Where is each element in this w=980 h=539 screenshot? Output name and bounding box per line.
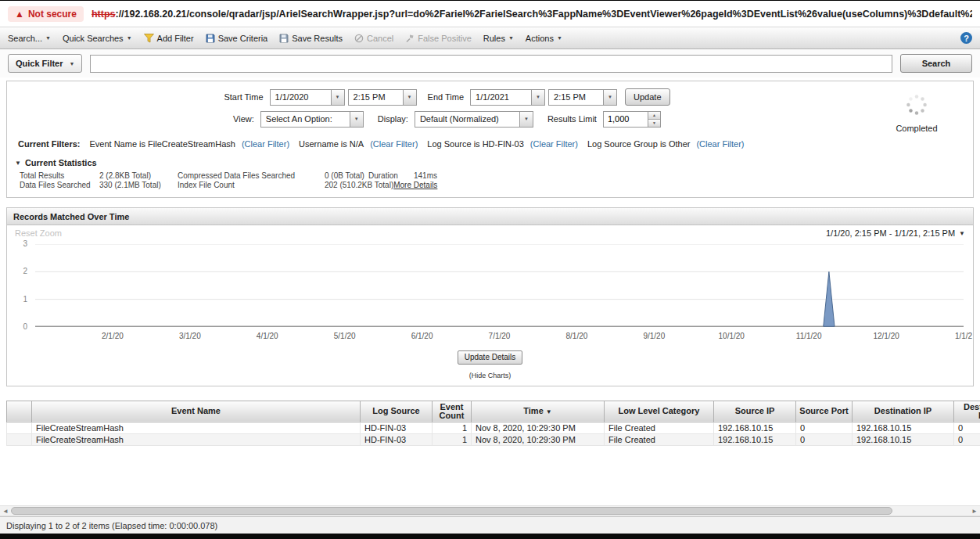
event-count-cell: 1 [433, 433, 472, 445]
hide-charts-row: (Hide Charts) [7, 365, 973, 386]
save-criteria-label: Save Criteria [218, 34, 268, 43]
quick-searches-menu-button[interactable]: Quick Searches▼ [63, 34, 132, 43]
table-row[interactable]: FileCreateStreamHash HD-FIN-03 1 Nov 8, … [7, 433, 980, 445]
current-statistics-toggle[interactable]: ▼ Current Statistics [15, 158, 973, 167]
save-results-button[interactable]: Save Results [279, 34, 343, 43]
end-date-select[interactable]: 1/1/2021 ▼ [470, 89, 545, 106]
horizontal-scrollbar[interactable]: ◄ ► [0, 505, 980, 516]
update-button[interactable]: Update [625, 88, 669, 106]
search-menu-button[interactable]: Search...▼ [8, 34, 51, 43]
x-axis-labels: 2/1/203/1/204/1/205/1/206/1/207/1/208/1/… [35, 332, 964, 343]
quick-filter-dropdown[interactable]: Quick Filter ▼ [8, 54, 82, 73]
source-ip-cell: 192.168.10.15 [714, 422, 796, 433]
rules-menu-button[interactable]: Rules▼ [483, 34, 514, 43]
help-icon[interactable]: ? [960, 32, 972, 44]
time-range-label: 1/1/20, 2:15 PM - 1/1/21, 2:15 PM [826, 228, 955, 238]
column-header-blank[interactable] [7, 401, 32, 422]
current-filters: Current Filters: Event Name is FileCreat… [18, 139, 973, 149]
chart-plot-area[interactable] [35, 244, 964, 327]
column-header-event-count[interactable]: Event Count [433, 401, 472, 422]
column-header-source-port[interactable]: Source Port [796, 401, 853, 422]
browser-address-bar[interactable]: ▲ Not secure https://192.168.20.21/conso… [0, 1, 980, 27]
end-time-select[interactable]: 2:15 PM ▼ [548, 89, 617, 106]
column-header-time[interactable]: Time▼ [472, 401, 605, 422]
actions-menu-button[interactable]: Actions▼ [526, 34, 562, 43]
dropdown-arrow-icon[interactable]: ▼ [603, 90, 616, 105]
start-date-select[interactable]: 1/1/2020 ▼ [270, 89, 345, 106]
decrement-icon[interactable]: ▼ [648, 120, 660, 127]
destination-port-cell: 0 [954, 433, 980, 445]
scroll-left-icon[interactable]: ◄ [0, 508, 11, 515]
start-date-value: 1/1/2020 [271, 90, 331, 105]
filter-text: Log Source is HD-FIN-03 [427, 139, 524, 149]
dropdown-arrow-icon[interactable]: ▼ [531, 90, 544, 105]
time-range-dropdown[interactable]: 1/1/20, 2:15 PM - 1/1/21, 2:15 PM ▼ [826, 228, 965, 238]
add-filter-button[interactable]: Add Filter [144, 34, 194, 43]
x-axis-tick-label: 7/1/20 [489, 332, 511, 340]
row-flag-cell [7, 433, 32, 445]
destination-port-cell: 0 [954, 422, 980, 433]
column-header-destination-port[interactable]: Destination Port [954, 401, 980, 422]
results-limit-input[interactable] [603, 111, 648, 128]
table-row[interactable]: FileCreateStreamHash HD-FIN-03 1 Nov 8, … [7, 422, 980, 433]
current-filters-label: Current Filters: [18, 139, 80, 149]
scroll-right-icon[interactable]: ► [969, 508, 980, 515]
url-scheme: https [92, 9, 116, 20]
results-limit-stepper: ▲ ▼ [603, 111, 661, 128]
stepper-buttons: ▲ ▼ [648, 111, 661, 128]
clear-filter-link[interactable]: (Clear Filter) [530, 139, 578, 149]
save-disk-icon [206, 34, 215, 43]
table-header-row: Event Name Log Source Event Count Time▼ … [7, 401, 980, 422]
filter-text: Log Source Group is Other [587, 139, 690, 149]
event-name-cell[interactable]: FileCreateStreamHash [32, 433, 361, 445]
filter-text: Event Name is FileCreateStreamHash [89, 139, 235, 149]
scrollbar-track[interactable] [11, 506, 969, 516]
view-select[interactable]: Select An Option: ▼ [260, 111, 364, 128]
event-name-cell[interactable]: FileCreateStreamHash [32, 422, 361, 433]
time-header-label: Time [523, 406, 543, 415]
chevron-down-icon: ▼ [959, 230, 965, 237]
search-button[interactable]: Search [900, 54, 972, 73]
caret-down-icon: ▼ [127, 35, 132, 41]
increment-icon[interactable]: ▲ [648, 112, 660, 120]
y-axis-tick-label: 0 [23, 322, 27, 331]
dropdown-arrow-icon[interactable]: ▼ [403, 90, 416, 105]
caret-down-icon: ▼ [70, 61, 75, 66]
stat-value: 141ms [414, 171, 973, 180]
x-axis-tick-label: 9/1/20 [643, 332, 665, 340]
column-header-log-source[interactable]: Log Source [361, 401, 433, 422]
column-header-event-name[interactable]: Event Name [32, 401, 361, 422]
scrollbar-thumb[interactable] [11, 507, 892, 515]
display-select[interactable]: Default (Normalized) ▼ [415, 111, 533, 128]
filter-item: Log Source Group is Other (Clear Filter) [587, 139, 745, 149]
dropdown-arrow-icon[interactable]: ▼ [331, 90, 344, 105]
clear-filter-link[interactable]: (Clear Filter) [242, 139, 289, 149]
url-text[interactable]: https://192.168.20.21/console/qradar/jsp… [92, 9, 972, 20]
events-table-container: Event Name Log Source Event Count Time▼ … [6, 401, 980, 446]
source-ip-cell: 192.168.10.15 [714, 433, 796, 445]
clear-filter-link[interactable]: (Clear Filter) [370, 139, 418, 149]
records-chart[interactable]: 0123 2/1/203/1/204/1/205/1/206/1/207/1/2… [10, 239, 970, 347]
search-status-label: Completed [887, 124, 946, 133]
y-axis-tick-label: 3 [23, 239, 27, 248]
save-criteria-button[interactable]: Save Criteria [206, 34, 268, 43]
update-details-button[interactable]: Update Details [458, 350, 523, 365]
column-header-source-ip[interactable]: Source IP [714, 401, 796, 422]
clear-filter-link[interactable]: (Clear Filter) [696, 139, 744, 149]
search-parameters-panel: Start Time 1/1/2020 ▼ 2:15 PM ▼ End Time… [6, 81, 974, 198]
dropdown-arrow-icon[interactable]: ▼ [519, 112, 533, 127]
column-header-destination-ip[interactable]: Destination IP [853, 401, 954, 422]
dropdown-arrow-icon[interactable]: ▼ [350, 112, 363, 127]
x-axis-tick-label: 1/1/2 [955, 332, 972, 340]
hide-charts-link[interactable]: (Hide Charts) [469, 372, 512, 379]
event-count-cell: 1 [433, 422, 472, 433]
start-time-select[interactable]: 2:15 PM ▼ [348, 89, 417, 106]
end-time-label: End Time [428, 92, 464, 102]
column-header-low-level-category[interactable]: Low Level Category [605, 401, 714, 422]
x-axis-tick-label: 10/1/20 [719, 332, 745, 340]
not-secure-badge[interactable]: ▲ Not secure [8, 6, 84, 22]
search-input[interactable] [90, 55, 892, 73]
false-positive-button: False Positive [405, 34, 471, 43]
spinner-icon [903, 91, 931, 119]
filter-item: Log Source is HD-FIN-03 (Clear Filter) [427, 139, 578, 149]
